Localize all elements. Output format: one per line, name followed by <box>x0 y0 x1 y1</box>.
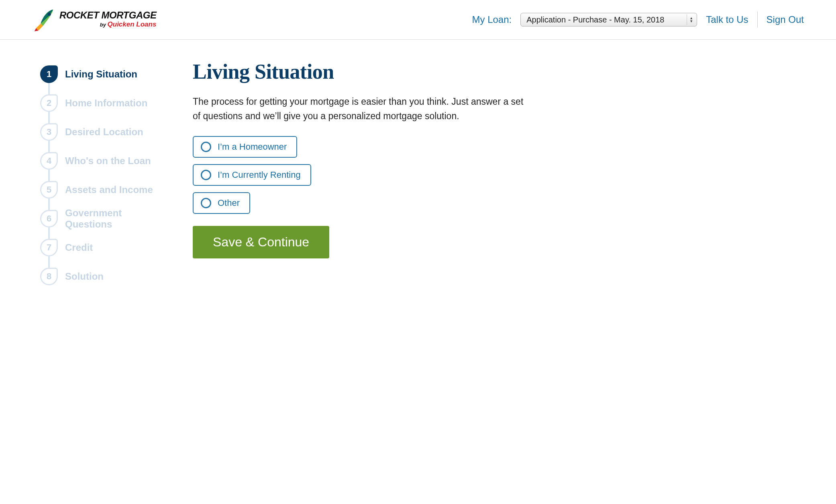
step-6[interactable]: 6Government Questions <box>40 204 169 233</box>
logo-text-main: ROCKET MORTGAGE <box>59 10 156 20</box>
my-loan-label: My Loan: <box>472 14 512 25</box>
step-label: Assets and Income <box>65 184 153 195</box>
step-8[interactable]: 8Solution <box>40 262 169 291</box>
step-label: Solution <box>65 271 104 282</box>
intro-text: The process for getting your mortgage is… <box>193 95 530 123</box>
logo-text-sub: by Quicken Loans <box>100 21 157 28</box>
options-group: I’m a HomeownerI’m Currently RentingOthe… <box>193 136 530 214</box>
option-3[interactable]: Other <box>193 192 250 214</box>
header: ROCKET MORTGAGE by Quicken Loans My Loan… <box>0 0 836 40</box>
step-2[interactable]: 2Home Information <box>40 89 169 118</box>
option-2[interactable]: I’m Currently Renting <box>193 164 311 186</box>
radio-icon <box>201 198 211 208</box>
layout: 1Living Situation2Home Information3Desir… <box>0 40 836 307</box>
step-7[interactable]: 7Credit <box>40 233 169 262</box>
loan-select[interactable]: Application - Purchase - May. 15, 2018 <box>520 13 697 26</box>
main-content: Living Situation The process for getting… <box>193 60 530 291</box>
option-1[interactable]: I’m a Homeowner <box>193 136 297 158</box>
divider <box>757 12 758 28</box>
step-1[interactable]: 1Living Situation <box>40 60 169 89</box>
step-label: Credit <box>65 242 93 253</box>
page-title: Living Situation <box>193 60 530 83</box>
radio-icon <box>201 142 211 152</box>
step-label: Who's on the Loan <box>65 155 151 167</box>
talk-to-us-link[interactable]: Talk to Us <box>706 14 748 25</box>
stepper: 1Living Situation2Home Information3Desir… <box>40 60 169 291</box>
step-badge: 8 <box>40 268 58 285</box>
step-label: Home Information <box>65 98 147 109</box>
option-label: Other <box>218 198 240 208</box>
header-right: My Loan: Application - Purchase - May. 1… <box>472 12 804 28</box>
step-4[interactable]: 4Who's on the Loan <box>40 146 169 175</box>
option-label: I’m a Homeowner <box>218 142 287 152</box>
step-label: Living Situation <box>65 69 137 80</box>
step-3[interactable]: 3Desired Location <box>40 118 169 146</box>
logo[interactable]: ROCKET MORTGAGE by Quicken Loans <box>32 7 157 32</box>
step-label: Desired Location <box>65 126 143 138</box>
svg-point-0 <box>48 13 51 16</box>
step-badge: 3 <box>40 123 58 141</box>
step-badge: 6 <box>40 210 58 228</box>
option-label: I’m Currently Renting <box>218 170 301 180</box>
step-badge: 1 <box>40 65 58 83</box>
rocket-icon <box>32 7 57 32</box>
step-5[interactable]: 5Assets and Income <box>40 175 169 204</box>
step-badge: 7 <box>40 239 58 256</box>
step-label: Government Questions <box>65 207 169 230</box>
step-badge: 2 <box>40 94 58 112</box>
step-badge: 4 <box>40 152 58 170</box>
radio-icon <box>201 170 211 180</box>
save-continue-button[interactable]: Save & Continue <box>193 226 329 258</box>
sign-out-link[interactable]: Sign Out <box>767 14 804 25</box>
step-badge: 5 <box>40 181 58 199</box>
